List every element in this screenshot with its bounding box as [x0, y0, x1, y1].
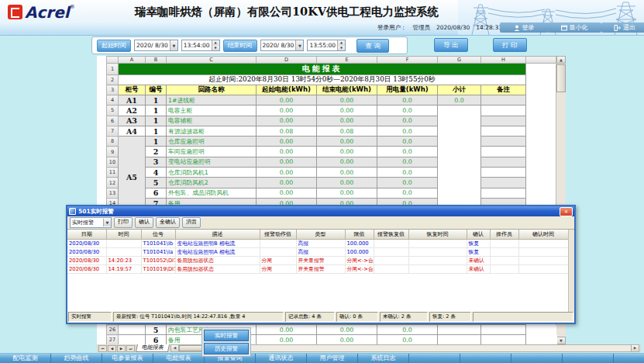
circuit-name-cell[interactable]: 1#进线柜 — [167, 95, 257, 105]
end-energy-cell[interactable]: 0.00 — [317, 157, 377, 167]
row-number[interactable]: 4 — [107, 95, 119, 105]
column-header-B[interactable]: B — [146, 57, 167, 64]
row-number[interactable]: 9 — [107, 147, 119, 157]
dialog-vertical-scrollbar[interactable] — [568, 230, 574, 312]
popup-item-1[interactable]: 历史报警 — [204, 343, 249, 354]
circuit-number-cell[interactable]: 4 — [146, 168, 167, 178]
spinner-arrows[interactable]: ▲ ▼ — [337, 40, 345, 50]
nav-tab-7[interactable]: 系统日志 — [358, 354, 409, 363]
subtotal-cell[interactable] — [438, 325, 481, 335]
end-energy-cell[interactable]: 0.00 — [317, 178, 377, 188]
tab-first-icon[interactable]: ⏮ — [98, 345, 107, 352]
cabinet-cell[interactable]: A2 — [119, 105, 146, 116]
alarm-column-header-4[interactable]: 报警动作值 — [260, 230, 296, 240]
report-title-cell[interactable]: 电能报表 — [119, 64, 526, 75]
alarm-column-header-0[interactable]: 日期 — [67, 230, 106, 240]
remark-cell[interactable] — [481, 168, 526, 178]
scrollbar-thumb[interactable] — [556, 64, 566, 92]
start-energy-cell[interactable]: 0.00 — [257, 325, 317, 335]
alarm-row[interactable]: 2020/08/30T101041\Ib变电站应急照明B 相电流高报100.00… — [67, 240, 568, 248]
alarm-column-header-7[interactable]: 报警恢复值 — [374, 230, 408, 240]
chevron-down-icon[interactable]: ▼ — [295, 40, 303, 50]
tab-next-icon[interactable]: ▶ — [117, 345, 126, 352]
cabinet-cell[interactable]: A1 — [119, 95, 146, 105]
report-column-header-0[interactable]: 柜号 — [119, 85, 146, 95]
row-number[interactable]: 6 — [107, 116, 119, 126]
end-energy-cell[interactable]: 0.00 — [317, 147, 377, 157]
report-column-header-5[interactable]: 用电量(kWh) — [377, 85, 438, 95]
scroll-left-icon[interactable]: ◀ — [171, 345, 179, 351]
usage-cell[interactable]: 0.0 — [377, 168, 438, 178]
start-date-picker[interactable]: 2020/ 8/30 ▼ — [134, 40, 178, 51]
circuit-name-cell[interactable]: 外包装、成品消防风机 — [167, 188, 257, 198]
start-energy-cell[interactable]: 0.00 — [257, 105, 317, 116]
circuit-number-cell[interactable]: 5 — [146, 325, 167, 335]
alarm-row[interactable]: 2020/08/3014:19:57T101019\DI1备用脱扣器状态分闸开关… — [67, 265, 568, 274]
alarm-column-header-5[interactable]: 类型 — [296, 230, 345, 240]
end-time-spinner[interactable]: 13:55:00 ▲ ▼ — [307, 40, 346, 51]
end-energy-cell[interactable]: 0.08 — [317, 126, 377, 136]
usage-cell[interactable]: 0.0 — [377, 325, 438, 335]
spinner-arrows[interactable]: ▲ ▼ — [212, 40, 219, 50]
column-header-H[interactable]: H — [481, 57, 526, 64]
circuit-number-cell[interactable]: 1 — [146, 137, 167, 147]
circuit-number-cell[interactable]: 1 — [146, 105, 167, 116]
usage-cell[interactable]: 0.0 — [377, 95, 438, 105]
circuit-name-cell[interactable]: 仓库消防风机2 — [167, 178, 257, 188]
remark-cell[interactable] — [481, 105, 526, 116]
report-subtitle-cell[interactable]: 起止时间:2020年8月30日 13时54分0秒—2020年8月30日 13时5… — [119, 75, 526, 85]
row-number[interactable]: 1 — [107, 64, 119, 75]
remark-cell[interactable] — [481, 126, 526, 136]
row-number[interactable]: 2 — [107, 75, 119, 85]
column-header-A[interactable]: A — [119, 57, 146, 64]
remark-cell[interactable] — [481, 188, 526, 198]
report-column-header-6[interactable]: 小计 — [438, 85, 481, 95]
print-button[interactable]: 打 印 — [493, 38, 527, 52]
start-energy-cell[interactable]: 0.00 — [257, 178, 317, 188]
start-energy-cell[interactable]: 0.08 — [257, 126, 317, 136]
start-energy-cell[interactable]: 0.00 — [257, 95, 317, 105]
circuit-name-cell[interactable]: 车间应急照明 — [167, 147, 257, 157]
report-column-header-7[interactable]: 备注 — [481, 85, 526, 95]
report-column-header-4[interactable]: 结束电能(kWh) — [317, 85, 377, 95]
report-column-header-2[interactable]: 回路名称 — [167, 85, 257, 95]
sheet-corner-cell[interactable] — [107, 57, 119, 64]
dialog-button-0[interactable]: 打印 — [114, 217, 133, 228]
minimize-button[interactable]: 最小化 — [547, 22, 601, 33]
row-number[interactable]: 11 — [107, 168, 119, 178]
column-header-D[interactable]: D — [257, 57, 317, 64]
column-header-E[interactable]: E — [317, 57, 377, 64]
circuit-name-cell[interactable]: 变电站应急照明 — [167, 157, 257, 167]
row-number[interactable]: 5 — [107, 105, 119, 116]
circuit-number-cell[interactable]: 2 — [146, 147, 167, 157]
scroll-up-icon[interactable]: ▲ — [556, 56, 566, 64]
end-energy-cell[interactable]: 0.00 — [317, 325, 377, 335]
remark-cell[interactable] — [481, 116, 526, 126]
end-energy-cell[interactable]: 0.00 — [317, 168, 377, 178]
alarm-column-header-10[interactable]: 操作员 — [490, 230, 518, 240]
start-energy-cell[interactable]: 0.00 — [257, 157, 317, 167]
remark-cell[interactable] — [481, 157, 526, 167]
row-number[interactable]: 8 — [107, 137, 119, 147]
circuit-name-cell[interactable]: 有源滤波器柜 — [167, 126, 257, 136]
query-button[interactable]: 查 询 — [356, 39, 389, 53]
circuit-number-cell[interactable]: 6 — [146, 188, 167, 198]
end-energy-cell[interactable]: 0.00 — [317, 116, 377, 126]
column-header-C[interactable]: C — [167, 57, 257, 64]
alarm-column-header-1[interactable]: 时间 — [106, 230, 141, 240]
circuit-name-cell[interactable]: 电容主柜 — [167, 105, 257, 116]
column-header-G[interactable]: G — [438, 57, 481, 64]
alarm-mode-select[interactable]: 实时报警 ▼ — [70, 217, 112, 228]
cabinet-cell[interactable]: A3 — [119, 116, 146, 126]
usage-cell[interactable]: 0.0 — [377, 105, 438, 116]
login-button[interactable]: 登录 — [500, 22, 548, 33]
close-icon[interactable]: ✕ — [560, 207, 573, 216]
export-button[interactable]: 导 出 — [434, 38, 468, 52]
alarm-column-header-2[interactable]: 位号 — [141, 230, 175, 240]
subtotal-cell[interactable]: 0.0 — [438, 95, 481, 105]
end-energy-cell[interactable]: 0.00 — [317, 95, 377, 105]
nav-tab-2[interactable]: 电参量报表 — [102, 354, 153, 363]
subtotal-cell-merged[interactable] — [438, 105, 481, 219]
report-column-header-1[interactable]: 编号 — [146, 85, 167, 95]
circuit-number-cell[interactable]: 5 — [146, 178, 167, 188]
